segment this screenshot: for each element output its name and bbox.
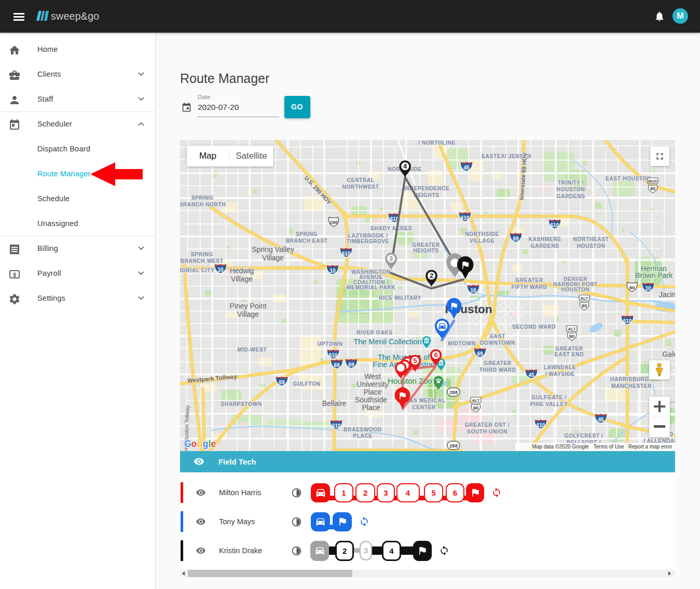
- svg-text:Report a map error: Report a map error: [628, 444, 672, 450]
- svg-text:290: 290: [330, 219, 338, 225]
- svg-text:GREATER: GREATER: [412, 242, 440, 248]
- svg-text:69: 69: [279, 380, 285, 385]
- svg-text:10: 10: [645, 286, 651, 291]
- svg-text:BRANCH NORTH: BRANCH NORTH: [180, 202, 226, 207]
- svg-text:RICE MILITARY: RICE MILITARY: [379, 295, 421, 301]
- svg-text:Brown Park: Brown Park: [635, 271, 673, 279]
- svg-text:CENTER: CENTER: [412, 404, 436, 410]
- svg-text:GREATER: GREATER: [515, 277, 543, 283]
- svg-text:HEIGHTS: HEIGHTS: [413, 248, 438, 254]
- svg-text:90: 90: [473, 405, 479, 411]
- svg-text:Place: Place: [362, 403, 380, 412]
- svg-text:288: 288: [449, 443, 458, 448]
- svg-text:2: 2: [430, 272, 433, 279]
- svg-text:69: 69: [477, 351, 483, 357]
- svg-text:/ WAYSIDE: / WAYSIDE: [545, 371, 574, 377]
- svg-text:NORTHWEST: NORTHWEST: [342, 184, 379, 190]
- svg-text:TIMBERGROVE: TIMBERGROVE: [347, 239, 389, 244]
- svg-text:HOUSTON: HOUSTON: [577, 243, 606, 249]
- svg-text:SECOND WARD: SECOND WARD: [512, 324, 556, 330]
- svg-text:610: 610: [332, 423, 341, 429]
- svg-text:Spring Valley: Spring Valley: [252, 245, 294, 254]
- svg-text:LAZYBROOK /: LAZYBROOK /: [348, 233, 388, 239]
- svg-text:GARDENS: GARDENS: [556, 193, 585, 199]
- svg-text:Place: Place: [363, 388, 381, 396]
- svg-text:NORTHSIDE: NORTHSIDE: [465, 231, 499, 237]
- svg-text:G: G: [184, 439, 191, 449]
- svg-text:HOUSTON: HOUSTON: [557, 187, 585, 192]
- svg-text:GREATER OST /: GREATER OST /: [465, 422, 510, 428]
- svg-text:BRANCH EAST: BRANCH EAST: [286, 238, 328, 244]
- svg-text:45: 45: [528, 372, 534, 378]
- svg-text:VILLAGE: VILLAGE: [470, 238, 495, 244]
- svg-text:610: 610: [461, 215, 470, 221]
- svg-text:KASHMERE: KASHMERE: [528, 236, 561, 242]
- svg-text:610: 610: [342, 251, 351, 257]
- svg-text:THIRD WARD: THIRD WARD: [479, 367, 516, 373]
- svg-text:610: 610: [537, 423, 545, 428]
- svg-text:Hedwig: Hedwig: [230, 267, 254, 275]
- svg-text:4: 4: [403, 162, 407, 170]
- svg-text:The Menil Collection: The Menil Collection: [353, 338, 421, 346]
- svg-text:5: 5: [413, 357, 417, 364]
- svg-text:BUS: BUS: [649, 179, 658, 184]
- svg-text:GREATER: GREATER: [555, 346, 583, 352]
- svg-text:e: e: [211, 439, 216, 449]
- svg-text:LAWNDALE: LAWNDALE: [544, 364, 577, 370]
- svg-text:MID-WEST: MID-WEST: [238, 347, 267, 353]
- svg-text:ALT: ALT: [581, 296, 588, 301]
- svg-text:Village: Village: [231, 275, 253, 283]
- svg-text:Village: Village: [262, 254, 284, 262]
- svg-text:o: o: [197, 439, 203, 449]
- svg-text:EAST END: EAST END: [555, 352, 584, 357]
- svg-text:$: $: [13, 272, 16, 278]
- svg-text:ALT: ALT: [472, 398, 480, 403]
- svg-text:288: 288: [449, 389, 458, 395]
- svg-text:University: University: [356, 380, 388, 388]
- svg-text:SOUTH UNION: SOUTH UNION: [467, 429, 507, 434]
- svg-text:GARDENS: GARDENS: [530, 243, 559, 249]
- svg-text:MANCHESTER: MANCHESTER: [611, 383, 652, 389]
- svg-text:PINE VALLEY: PINE VALLEY: [530, 401, 568, 407]
- svg-text:90: 90: [582, 303, 587, 308]
- svg-text:GREATER: GREATER: [484, 360, 511, 366]
- svg-text:CENTRAL: CENTRAL: [347, 177, 375, 183]
- svg-text:UPTOWN: UPTOWN: [318, 341, 343, 347]
- svg-text:45: 45: [463, 165, 470, 171]
- svg-text:6: 6: [434, 351, 437, 359]
- svg-text:/ NORTHLINE: / NORTHLINE: [418, 140, 456, 146]
- svg-text:90: 90: [569, 333, 575, 339]
- svg-text:45: 45: [598, 417, 604, 423]
- svg-text:g: g: [203, 439, 209, 449]
- svg-text:PLACE: PLACE: [353, 433, 373, 439]
- svg-text:RIVER OAKS: RIVER OAKS: [356, 330, 392, 335]
- svg-text:10: 10: [470, 288, 476, 293]
- svg-text:TRINITY /: TRINITY /: [558, 180, 584, 186]
- svg-text:10: 10: [217, 267, 224, 273]
- svg-text:GULFTON: GULFTON: [293, 381, 320, 387]
- svg-text:Village: Village: [237, 310, 259, 318]
- svg-text:GULFGATE /: GULFGATE /: [532, 395, 567, 400]
- svg-text:610: 610: [329, 353, 338, 358]
- svg-text:Map data ©2020 Google: Map data ©2020 Google: [532, 444, 589, 450]
- svg-text:Southside: Southside: [355, 396, 387, 404]
- svg-text:90: 90: [650, 186, 656, 191]
- svg-text:69: 69: [513, 236, 519, 242]
- svg-text:DOWNTOWN: DOWNTOWN: [480, 340, 515, 346]
- svg-text:Terms of Use: Terms of Use: [594, 444, 624, 450]
- svg-text:3: 3: [389, 255, 393, 262]
- svg-text:SPRING: SPRING: [191, 251, 213, 257]
- svg-text:SPRING: SPRING: [296, 231, 318, 237]
- svg-text:SHADY ACRES: SHADY ACRES: [370, 226, 412, 231]
- svg-text:GOLFCREST /: GOLFCREST /: [564, 433, 603, 439]
- svg-text:Piney Point: Piney Point: [230, 302, 267, 310]
- svg-text:BRANCH WEST: BRANCH WEST: [180, 258, 223, 264]
- svg-text:SPRING: SPRING: [191, 195, 214, 201]
- svg-text:FIFTH WARD: FIFTH WARD: [512, 284, 547, 290]
- svg-text:EAST: EAST: [490, 333, 505, 339]
- svg-text:HARRISBURG /: HARRISBURG /: [610, 376, 653, 382]
- svg-text:Gale: Gale: [662, 350, 675, 358]
- svg-text:MORIAL CITY: MORIAL CITY: [180, 268, 214, 273]
- svg-text:610: 610: [623, 318, 632, 324]
- svg-text:MIDTOWN: MIDTOWN: [448, 341, 476, 346]
